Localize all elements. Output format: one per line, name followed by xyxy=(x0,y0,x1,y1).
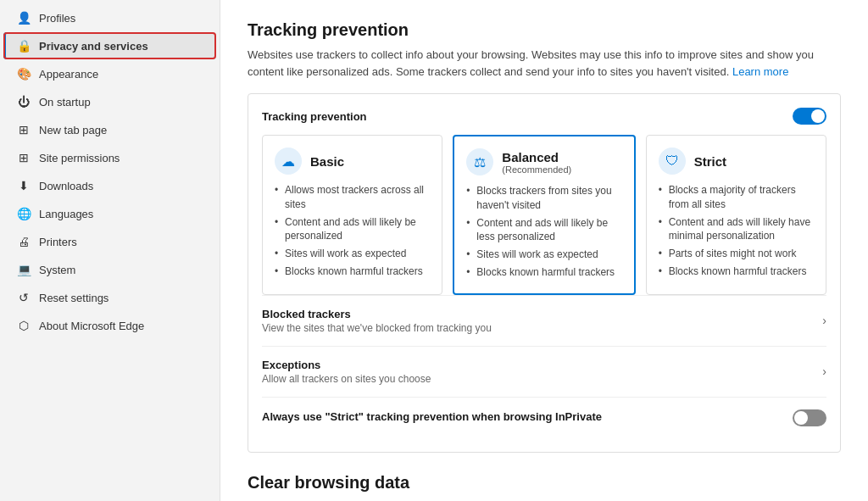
balanced-list: Blocks trackers from sites you haven't v… xyxy=(466,182,621,281)
exceptions-chevron: › xyxy=(822,365,826,378)
sidebar-item-system[interactable]: 💻 System xyxy=(3,256,216,283)
basic-bullet-1: Allows most trackers across all sites xyxy=(275,181,430,214)
downloads-icon: ⬇ xyxy=(17,179,31,192)
profiles-icon: 👤 xyxy=(17,11,31,25)
sidebar-item-reset[interactable]: ↺ Reset settings xyxy=(3,284,216,311)
strict-inprivate-toggle[interactable] xyxy=(793,409,826,426)
main-content: Tracking prevention Websites use tracker… xyxy=(220,0,868,501)
sidebar-item-newtab-label: New tab page xyxy=(39,124,107,136)
sidebar-item-about[interactable]: ⬡ About Microsoft Edge xyxy=(3,312,216,339)
basic-bullet-3: Sites will work as expected xyxy=(275,245,430,263)
printers-icon: 🖨 xyxy=(17,235,31,248)
sidebar-item-system-label: System xyxy=(39,264,75,276)
basic-bullet-2: Content and ads will likely be personali… xyxy=(275,214,430,246)
prevention-option-balanced[interactable]: ⚖ Balanced (Recommended) Blocks trackers… xyxy=(453,135,635,295)
sidebar-item-privacy[interactable]: 🔒 Privacy and services xyxy=(3,32,216,59)
languages-icon: 🌐 xyxy=(17,207,31,220)
strict-bullet-2: Content and ads will likely have minimal… xyxy=(659,214,814,246)
exceptions-desc: Allow all trackers on sites you choose xyxy=(262,373,822,385)
sidebar-item-profiles-label: Profiles xyxy=(39,12,75,25)
basic-bullet-4: Blocks known harmful trackers xyxy=(275,263,430,281)
balanced-bullet-2: Content and ads will likely be less pers… xyxy=(466,214,621,247)
sidebar-item-downloads[interactable]: ⬇ Downloads xyxy=(3,172,216,199)
prevention-options: ☁ Basic Allows most trackers across all … xyxy=(262,135,826,295)
basic-title: Basic xyxy=(310,154,344,169)
clear-browsing-section: Clear browsing data This includes histor… xyxy=(248,473,841,501)
sidebar-item-printers-label: Printers xyxy=(39,236,77,248)
strict-inprivate-label: Always use "Strict" tracking prevention … xyxy=(262,410,793,423)
strict-bullet-3: Parts of sites might not work xyxy=(659,245,814,263)
strict-title: Strict xyxy=(694,154,726,169)
strict-bullet-4: Blocks known harmful trackers xyxy=(659,263,814,281)
tracking-prevention-section: Tracking prevention Websites use tracker… xyxy=(248,20,841,453)
balanced-icon: ⚖ xyxy=(466,148,493,175)
clear-section-title: Clear browsing data xyxy=(248,473,841,493)
newtab-icon: ⊞ xyxy=(17,123,31,136)
blocked-trackers-title: Blocked trackers xyxy=(262,308,822,320)
balanced-bullet-4: Blocks known harmful trackers xyxy=(466,264,621,281)
sidebar-item-permissions-label: Site permissions xyxy=(39,152,120,164)
strict-icon: 🛡 xyxy=(659,148,686,175)
appearance-icon: 🎨 xyxy=(17,67,31,81)
balanced-bullet-3: Sites will work as expected xyxy=(466,246,621,264)
balanced-bullet-1: Blocks trackers from sites you haven't v… xyxy=(466,182,621,214)
exceptions-title: Exceptions xyxy=(262,359,822,371)
sidebar-item-privacy-label: Privacy and services xyxy=(39,40,148,53)
sidebar-item-permissions[interactable]: ⊞ Site permissions xyxy=(3,144,216,171)
strict-bullet-1: Blocks a majority of trackers from all s… xyxy=(659,181,814,214)
blocked-trackers-row[interactable]: Blocked trackers View the sites that we'… xyxy=(262,295,826,346)
tracking-card-label: Tracking prevention xyxy=(262,110,367,123)
sidebar-item-reset-label: Reset settings xyxy=(39,292,108,304)
permissions-icon: ⊞ xyxy=(17,151,31,164)
sidebar-item-about-label: About Microsoft Edge xyxy=(39,320,144,332)
sidebar-item-printers[interactable]: 🖨 Printers xyxy=(3,228,216,255)
strict-inprivate-row[interactable]: Always use "Strict" tracking prevention … xyxy=(262,397,826,438)
basic-list: Allows most trackers across all sites Co… xyxy=(275,181,430,281)
blocked-trackers-chevron: › xyxy=(822,314,826,327)
sidebar-item-newtab[interactable]: ⊞ New tab page xyxy=(3,116,216,143)
tracking-section-desc: Websites use trackers to collect info ab… xyxy=(248,47,841,80)
sidebar-item-languages-label: Languages xyxy=(39,208,93,220)
sidebar-item-appearance[interactable]: 🎨 Appearance xyxy=(3,60,216,87)
basic-icon: ☁ xyxy=(275,148,302,175)
about-icon: ⬡ xyxy=(17,319,31,332)
balanced-title: Balanced xyxy=(502,150,571,164)
sidebar: 👤 Profiles 🔒 Privacy and services 🎨 Appe… xyxy=(0,0,220,501)
sidebar-item-appearance-label: Appearance xyxy=(39,68,98,81)
strict-list: Blocks a majority of trackers from all s… xyxy=(659,181,814,281)
tracking-toggle[interactable] xyxy=(793,108,826,125)
sidebar-item-downloads-label: Downloads xyxy=(39,180,93,192)
startup-icon: ⏻ xyxy=(17,95,31,109)
privacy-icon: 🔒 xyxy=(17,39,31,53)
sidebar-item-languages[interactable]: 🌐 Languages xyxy=(3,200,216,227)
basic-header: ☁ Basic xyxy=(275,148,430,175)
sidebar-item-profiles[interactable]: 👤 Profiles xyxy=(3,4,216,31)
balanced-subtitle: (Recommended) xyxy=(502,164,571,175)
tracking-section-title: Tracking prevention xyxy=(248,20,841,40)
sidebar-item-startup-label: On startup xyxy=(39,96,91,109)
blocked-trackers-desc: View the sites that we've blocked from t… xyxy=(262,322,822,334)
sidebar-item-startup[interactable]: ⏻ On startup xyxy=(3,88,216,115)
prevention-option-strict[interactable]: 🛡 Strict Blocks a majority of trackers f… xyxy=(646,135,826,295)
learn-more-link[interactable]: Learn more xyxy=(732,65,788,78)
balanced-header: ⚖ Balanced (Recommended) xyxy=(466,148,621,175)
tracking-prevention-card: Tracking prevention ☁ Basic Allows most … xyxy=(248,93,841,453)
strict-header: 🛡 Strict xyxy=(659,148,814,175)
prevention-option-basic[interactable]: ☁ Basic Allows most trackers across all … xyxy=(262,135,442,295)
tracking-card-header: Tracking prevention xyxy=(262,108,826,125)
exceptions-row[interactable]: Exceptions Allow all trackers on sites y… xyxy=(262,346,826,397)
reset-icon: ↺ xyxy=(17,291,31,304)
system-icon: 💻 xyxy=(17,263,31,276)
